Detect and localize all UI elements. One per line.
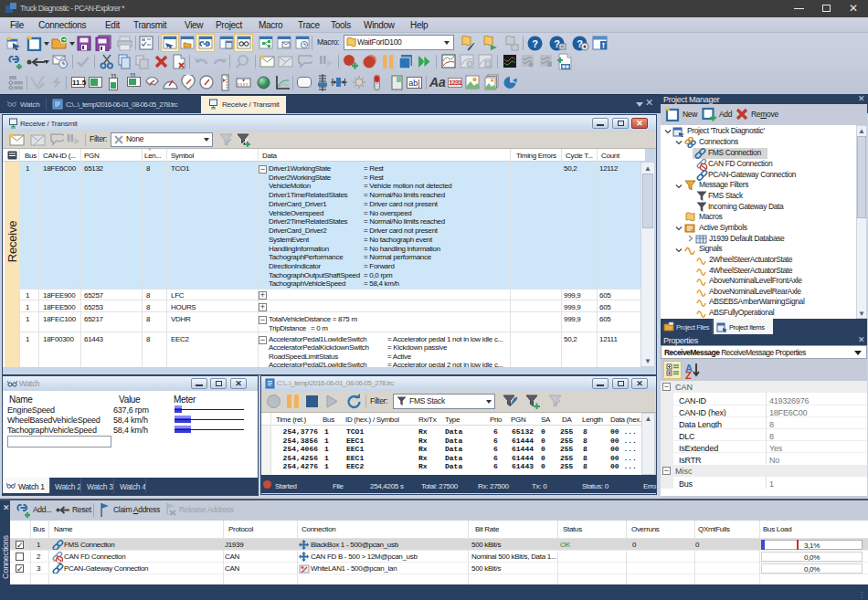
svg-text:?: ? bbox=[532, 38, 538, 49]
